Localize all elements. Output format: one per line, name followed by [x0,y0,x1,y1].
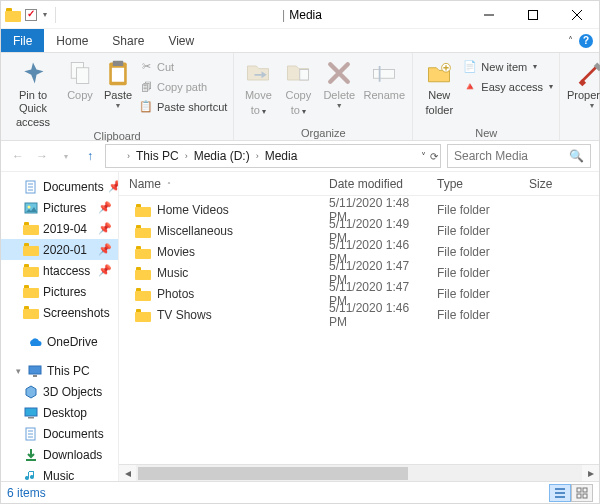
scroll-thumb[interactable] [138,467,408,480]
tree-item[interactable]: Desktop [1,402,118,423]
column-name[interactable]: Name˄ [119,177,319,191]
tab-file[interactable]: File [1,29,44,52]
qat-customize-caret[interactable]: ▾ [41,10,49,19]
scroll-right-button[interactable]: ▸ [582,465,599,482]
tree-item[interactable]: ▾This PC [1,360,118,381]
svg-rect-8 [379,66,381,82]
address-bar[interactable]: › This PC › Media (D:) › Media ˅ ⟳ [105,144,441,168]
expand-icon[interactable]: ▾ [13,366,23,376]
row-name: TV Shows [157,308,212,322]
cut-button[interactable]: ✂ Cut [139,57,227,76]
tree-item[interactable]: OneDrive [1,331,118,352]
tree-item[interactable]: Screenshots [1,302,118,323]
recent-caret-icon[interactable]: ▾ [57,147,75,165]
tree-item-label: 2019-04 [43,222,87,236]
pin-icon: 📌 [98,243,112,256]
move-to-button[interactable]: Move to▾ [240,55,276,116]
table-row[interactable]: TV Shows5/11/2020 1:46 PMFile folder [119,301,599,322]
breadcrumb-current[interactable]: Media [262,149,301,163]
tree-item[interactable]: htaccess📌 [1,260,118,281]
copy-icon [66,59,94,87]
copy-to-button[interactable]: Copy to▾ [280,55,316,116]
tree-item[interactable]: 3D Objects [1,381,118,402]
table-row[interactable]: Miscellaneous5/11/2020 1:49 PMFile folde… [119,217,599,238]
folder-icon [23,306,39,320]
file-rows[interactable]: Home Videos5/11/2020 1:48 PMFile folderM… [119,196,599,464]
horizontal-scrollbar[interactable]: ◂ ▸ [119,464,599,481]
close-button[interactable] [555,1,599,28]
rename-button[interactable]: Rename [362,55,406,102]
tree-item[interactable]: Music [1,465,118,481]
minimize-button[interactable] [467,1,511,28]
ribbon-group-clipboard: Pin to Quick access Copy Paste ▼ [1,53,234,140]
tree-item-label: Desktop [43,406,87,420]
table-row[interactable]: Home Videos5/11/2020 1:48 PMFile folder [119,196,599,217]
new-item-button[interactable]: 📄 New item▾ [463,57,553,76]
delete-icon [325,59,353,87]
back-button[interactable]: ← [9,147,27,165]
paste-button[interactable]: Paste ▼ [101,55,135,108]
help-icon[interactable]: ? [579,34,593,48]
paste-shortcut-button[interactable]: 📋 Paste shortcut [139,97,227,116]
address-dropdown-icon[interactable]: ˅ [421,151,426,162]
pin-to-quick-access-button[interactable]: Pin to Quick access [7,55,59,129]
tree-item[interactable]: Documents [1,423,118,444]
pictures-icon [23,201,39,215]
delete-button[interactable]: Delete ▼ [320,55,358,108]
paste-shortcut-icon: 📋 [139,100,153,114]
tree-item-label: htaccess [43,264,90,278]
table-row[interactable]: Photos5/11/2020 1:47 PMFile folder [119,280,599,301]
column-size[interactable]: Size [519,177,579,191]
tree-item-label: Pictures [43,201,86,215]
table-row[interactable]: Movies5/11/2020 1:46 PMFile folder [119,238,599,259]
folder-icon [23,222,39,236]
table-row[interactable]: Music5/11/2020 1:47 PMFile folder [119,259,599,280]
nav-tree[interactable]: Documents📌Pictures📌2019-04📌2020-01📌htacc… [1,172,119,481]
easy-access-button[interactable]: 🔺 Easy access▾ [463,77,553,96]
maximize-button[interactable] [511,1,555,28]
row-type: File folder [427,308,519,322]
tab-share[interactable]: Share [100,29,156,52]
explorer-window: ✓ ▾ |Media File Home Share View ˄ ? [0,0,600,504]
row-type: File folder [427,245,519,259]
group-label-clipboard: Clipboard [7,129,227,142]
tab-view[interactable]: View [156,29,206,52]
view-thumbnails-button[interactable] [571,484,593,502]
tree-item[interactable]: 2020-01📌 [1,239,118,260]
column-date[interactable]: Date modified [319,177,427,191]
folder-icon [135,288,151,301]
tree-item-label: Documents [43,180,104,194]
row-name: Home Videos [157,203,229,217]
tree-item[interactable]: Pictures [1,281,118,302]
move-to-icon [244,59,272,87]
forward-button[interactable]: → [33,147,51,165]
breadcrumb-drive[interactable]: Media (D:) [191,149,253,163]
copy-path-button[interactable]: 🗐 Copy path [139,77,227,96]
breadcrumb-this-pc[interactable]: This PC [133,149,182,163]
documents-icon [23,427,39,441]
scroll-track[interactable] [136,465,582,482]
scroll-left-button[interactable]: ◂ [119,465,136,482]
tree-item[interactable]: Downloads [1,444,118,465]
breadcrumb-chevron-icon[interactable]: › [184,151,189,161]
copy-button[interactable]: Copy [63,55,97,102]
tree-item[interactable]: 2019-04📌 [1,218,118,239]
breadcrumb-chevron-icon[interactable]: › [255,151,260,161]
tab-home[interactable]: Home [44,29,100,52]
view-details-button[interactable] [549,484,571,502]
tree-item[interactable]: Documents📌 [1,176,118,197]
new-folder-button[interactable]: New folder [419,55,459,116]
search-box[interactable]: Search Media 🔍 [447,144,591,168]
tree-item[interactable]: Pictures📌 [1,197,118,218]
up-button[interactable]: ↑ [81,147,99,165]
breadcrumb-chevron-icon[interactable]: › [126,151,131,161]
ribbon: Pin to Quick access Copy Paste ▼ [1,53,599,141]
refresh-icon[interactable]: ⟳ [430,151,438,162]
search-placeholder: Search Media [454,149,528,163]
column-type[interactable]: Type [427,177,519,191]
svg-rect-19 [33,375,37,377]
properties-button[interactable]: Properties ▼ [566,55,600,108]
qat-properties-icon[interactable]: ✓ [25,9,37,21]
paste-icon [104,59,132,87]
ribbon-collapse-icon[interactable]: ˄ [568,35,573,46]
